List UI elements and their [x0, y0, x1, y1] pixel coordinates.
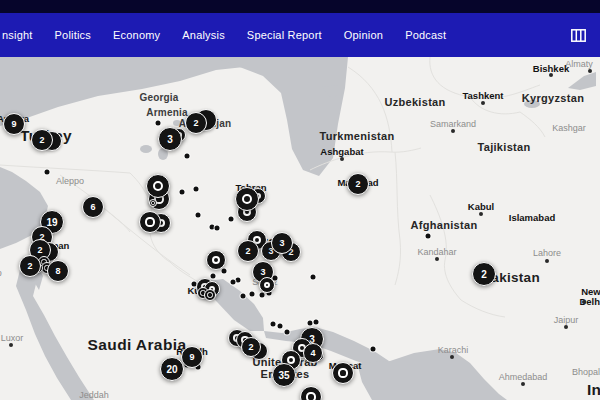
point-marker[interactable]	[260, 293, 265, 298]
point-marker[interactable]	[231, 280, 236, 285]
cluster-marker[interactable]: 9	[181, 346, 203, 368]
cluster-marker[interactable]: 2	[347, 173, 369, 195]
point-marker[interactable]	[196, 213, 201, 218]
site-marker[interactable]	[206, 250, 226, 270]
cluster-marker[interactable]: 6	[82, 196, 104, 218]
city-dot	[588, 69, 592, 73]
country-label: Armenia	[146, 107, 187, 118]
city-dot	[479, 212, 483, 216]
point-marker[interactable]	[194, 187, 199, 192]
city-label: Lahore	[533, 249, 561, 259]
point-marker[interactable]	[426, 234, 431, 239]
city-dot	[545, 259, 549, 263]
point-marker[interactable]	[229, 217, 234, 222]
point-marker[interactable]	[222, 269, 227, 274]
app-window: nsightPoliticsEconomyAnalysisSpecial Rep…	[0, 0, 600, 400]
point-marker[interactable]	[45, 170, 50, 175]
country-label: Afghanistan	[411, 219, 478, 231]
ring-glyph	[338, 368, 347, 377]
cluster-marker[interactable]: 4	[303, 343, 323, 363]
point-marker[interactable]	[371, 347, 376, 352]
ring-glyph	[242, 194, 252, 204]
cluster-marker[interactable]: 20	[160, 357, 184, 381]
point-marker[interactable]	[180, 190, 185, 195]
point-marker[interactable]	[211, 274, 216, 279]
site-marker[interactable]	[204, 289, 216, 301]
city-dot	[481, 101, 485, 105]
city-dot	[451, 129, 455, 133]
lake	[568, 72, 596, 90]
cluster-marker[interactable]: 3	[271, 232, 293, 254]
nav-item-insight[interactable]: nsight	[2, 29, 33, 41]
city-dot	[9, 343, 13, 347]
map-canvas[interactable]: GeorgiaArmeniaAzerbaijanUzbekistanTurkme…	[0, 57, 600, 400]
point-marker[interactable]	[241, 294, 246, 299]
city-dot	[549, 73, 553, 77]
nav-item-podcast[interactable]: Podcast	[405, 29, 446, 41]
city-label: Bhopal	[572, 368, 600, 378]
city-dot	[340, 157, 344, 161]
cluster-marker[interactable]: 8	[47, 260, 69, 282]
cluster-marker[interactable]: 3	[158, 127, 182, 151]
city-dot	[450, 355, 454, 359]
site-marker[interactable]	[259, 277, 275, 293]
point-marker[interactable]	[314, 320, 319, 325]
city-label: Jeddah	[79, 391, 109, 400]
cluster-marker[interactable]: 2	[185, 112, 207, 134]
cluster-marker[interactable]: 2	[31, 129, 53, 151]
cluster-marker[interactable]: 9	[3, 113, 25, 135]
cluster-marker[interactable]: 2	[237, 240, 259, 262]
cluster-marker[interactable]: 2	[241, 337, 261, 357]
red-sea	[16, 266, 94, 400]
ring-glyph	[212, 256, 220, 264]
city-dot	[521, 382, 525, 386]
cluster-marker[interactable]: 35	[272, 363, 296, 387]
country-label: Saudi Arabia	[88, 336, 187, 353]
point-marker[interactable]	[308, 321, 313, 326]
point-marker[interactable]	[215, 226, 220, 231]
caspian-sea	[214, 57, 348, 176]
nav-item-special-report[interactable]: Special Report	[247, 29, 322, 41]
nav-item-politics[interactable]: Politics	[55, 29, 91, 41]
point-marker[interactable]	[250, 292, 255, 297]
lake	[140, 145, 152, 153]
country-label: Kyrgyzstan	[522, 92, 584, 104]
point-marker[interactable]	[236, 278, 241, 283]
point-marker[interactable]	[271, 322, 276, 327]
nav-items: nsightPoliticsEconomyAnalysisSpecial Rep…	[2, 29, 446, 41]
city-dot	[582, 300, 586, 304]
ring-glyph	[207, 292, 212, 297]
city-label: Kabul	[468, 202, 494, 212]
ring-glyph	[306, 392, 315, 400]
nav-item-analysis[interactable]: Analysis	[182, 29, 225, 41]
country-label: Turkmenistan	[320, 130, 395, 142]
point-marker[interactable]	[156, 121, 161, 126]
site-marker[interactable]	[139, 211, 161, 233]
point-marker[interactable]	[185, 154, 190, 159]
window-top-strip	[0, 0, 600, 13]
site-marker[interactable]	[332, 362, 354, 384]
point-marker[interactable]	[278, 324, 283, 329]
city-label: Kashgar	[552, 124, 586, 134]
country-label: Tajikistan	[478, 141, 531, 153]
city-label: New Delhi	[579, 287, 600, 308]
city-dot	[564, 325, 568, 329]
city-label: Ashgabat	[320, 147, 363, 157]
point-marker[interactable]	[285, 330, 290, 335]
site-marker[interactable]	[235, 187, 259, 211]
country-label: Uzbekistan	[384, 96, 445, 108]
cluster-marker[interactable]: 2	[19, 255, 41, 277]
open-map-icon[interactable]	[569, 27, 588, 44]
city-label: Tashkent	[462, 91, 503, 101]
nav-item-opinion[interactable]: Opinion	[344, 29, 383, 41]
city-dot	[435, 257, 439, 261]
city-label: Cairo	[0, 269, 2, 279]
site-marker[interactable]	[146, 174, 170, 198]
nav-item-economy[interactable]: Economy	[113, 29, 160, 41]
cluster-marker[interactable]: 2	[472, 262, 496, 286]
point-marker[interactable]	[311, 275, 316, 280]
city-label: Aleppo	[56, 177, 84, 187]
site-marker[interactable]	[149, 199, 157, 207]
ring-glyph	[264, 282, 270, 288]
country-label: Georgia	[139, 92, 178, 103]
